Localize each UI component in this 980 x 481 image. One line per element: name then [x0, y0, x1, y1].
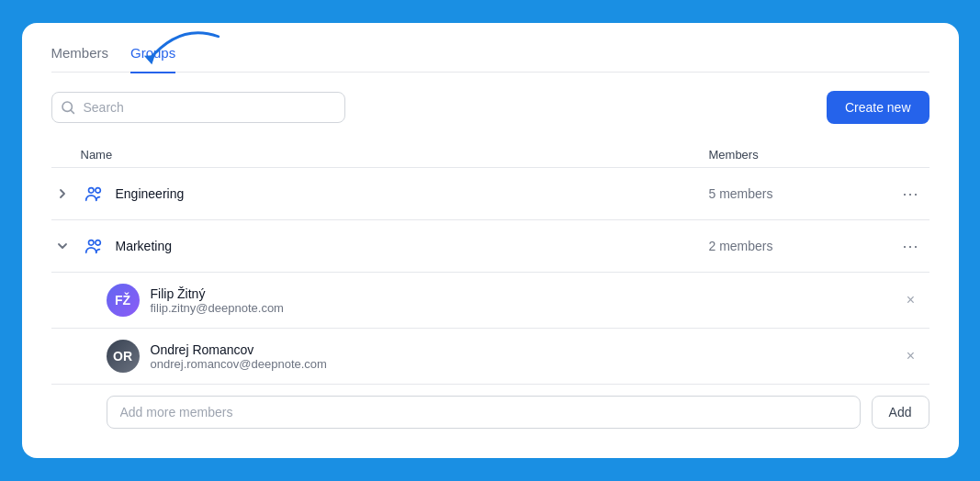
svg-point-3 — [88, 188, 94, 194]
arrow-annotation — [134, 28, 226, 74]
svg-point-5 — [88, 240, 94, 246]
remove-filip-button[interactable]: × — [893, 292, 929, 308]
marketing-group-name: Marketing — [116, 239, 709, 253]
filip-info: Filip Žitný filip.zitny@deepnote.com — [151, 286, 893, 315]
ondrej-name: Ondrej Romancov — [151, 342, 893, 357]
marketing-more-button[interactable]: ··· — [893, 237, 929, 256]
tab-members[interactable]: Members — [51, 45, 109, 73]
create-new-button[interactable]: Create new — [827, 91, 929, 124]
col-members-header: Members — [709, 148, 893, 162]
group-row-marketing: Marketing 2 members ··· — [51, 220, 929, 273]
table-header: Name Members — [51, 142, 929, 168]
search-input[interactable] — [51, 92, 345, 123]
member-row-filip: FŽ Filip Žitný filip.zitny@deepnote.com … — [51, 273, 929, 329]
svg-line-2 — [71, 110, 73, 113]
ondrej-info: Ondrej Romancov ondrej.romancov@deepnote… — [151, 342, 893, 371]
toolbar: Create new — [51, 91, 929, 124]
expand-marketing-button[interactable] — [51, 235, 73, 257]
add-members-input[interactable] — [107, 396, 861, 429]
more-icon: ··· — [902, 237, 918, 256]
group-icon-marketing — [81, 233, 107, 259]
avatar-ondrej: OR — [107, 340, 140, 373]
engineering-group-name: Engineering — [116, 186, 709, 201]
add-members-row: Add — [51, 385, 929, 429]
marketing-member-count: 2 members — [709, 239, 893, 253]
group-icon-engineering — [81, 181, 107, 207]
svg-point-6 — [95, 240, 100, 246]
avatar-filip: FŽ — [107, 284, 140, 317]
svg-marker-0 — [143, 53, 155, 65]
engineering-member-count: 5 members — [709, 186, 893, 201]
search-wrapper — [51, 92, 345, 123]
col-actions-header — [893, 148, 929, 162]
add-members-button[interactable]: Add — [872, 396, 929, 429]
search-icon — [61, 100, 75, 115]
filip-email: filip.zitny@deepnote.com — [151, 301, 893, 315]
expand-engineering-button[interactable] — [51, 183, 73, 205]
tabs-bar: Members Groups — [51, 45, 929, 73]
ondrej-email: ondrej.romancov@deepnote.com — [151, 357, 893, 371]
engineering-more-button[interactable]: ··· — [893, 185, 929, 204]
more-icon: ··· — [902, 185, 918, 204]
col-name-header: Name — [81, 148, 709, 162]
filip-name: Filip Žitný — [151, 286, 893, 301]
main-card: Members Groups Create new Name Members — [22, 23, 959, 459]
svg-point-4 — [95, 188, 100, 194]
group-row-engineering: Engineering 5 members ··· — [51, 168, 929, 220]
member-row-ondrej: OR Ondrej Romancov ondrej.romancov@deepn… — [51, 329, 929, 385]
remove-ondrej-button[interactable]: × — [893, 348, 929, 364]
